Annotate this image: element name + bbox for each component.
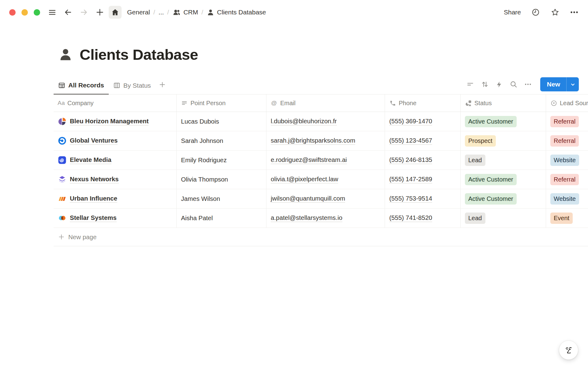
page-title[interactable]: Clients Database — [80, 46, 198, 63]
email-cell[interactable]: jwilson@quantumquill.com — [266, 189, 385, 208]
company-name-link[interactable]: Global Ventures — [70, 137, 118, 145]
point-person-cell[interactable]: Sarah Johnson — [177, 131, 266, 150]
status-cell[interactable]: Active Customer — [461, 170, 546, 189]
column-header-lead-source[interactable]: Lead Source — [546, 94, 588, 112]
lead-source-badge[interactable]: Website — [550, 155, 579, 166]
lead-source-badge[interactable]: Referral — [550, 116, 579, 127]
phone-link[interactable]: (555) 741-8520 — [389, 214, 432, 222]
email-cell[interactable]: a.patel@stellarsystems.io — [266, 209, 385, 228]
breadcrumb-item-clients-database[interactable]: Clients Database — [205, 7, 268, 17]
close-window-button[interactable] — [9, 9, 16, 16]
company-cell[interactable]: Bleu Horizon Management — [54, 112, 177, 131]
home-breadcrumb-chip[interactable] — [109, 6, 122, 19]
phone-link[interactable]: (555) 369-1470 — [389, 117, 432, 125]
email-link[interactable]: e.rodriguez@swiftstream.ai — [271, 156, 347, 164]
column-header-email[interactable]: @Email — [266, 94, 385, 112]
search-icon[interactable] — [508, 79, 519, 90]
lead-source-cell[interactable]: Referral — [546, 112, 588, 131]
status-cell[interactable]: Active Customer — [461, 189, 546, 208]
new-button-chevron-down-icon[interactable] — [567, 77, 579, 91]
column-header-company[interactable]: AaCompany — [54, 94, 177, 112]
zoom-window-button[interactable] — [34, 9, 40, 16]
page-person-icon[interactable] — [58, 47, 73, 62]
zap-icon[interactable] — [494, 79, 504, 90]
tab-by-status[interactable]: By Status — [109, 77, 156, 94]
sidebar-menu-icon[interactable] — [47, 8, 57, 17]
company-cell[interactable]: Stellar Systems — [54, 209, 177, 228]
phone-cell[interactable]: (555) 753-9514 — [385, 189, 461, 208]
favorite-star-icon[interactable] — [550, 8, 560, 17]
phone-link[interactable]: (555) 753-9514 — [389, 195, 432, 203]
email-link[interactable]: jwilson@quantumquill.com — [271, 195, 345, 203]
phone-link[interactable]: (555) 246-8135 — [389, 156, 432, 164]
phone-link[interactable]: (555) 123-4567 — [389, 137, 432, 145]
lead-source-badge[interactable]: Referral — [550, 174, 579, 185]
status-cell[interactable]: Prospect — [461, 131, 546, 150]
breadcrumb-item-ellipsis[interactable]: ... — [157, 7, 166, 17]
status-cell[interactable]: Lead — [461, 151, 546, 170]
lead-source-cell[interactable]: Website — [546, 151, 588, 170]
breadcrumb-item-crm[interactable]: CRM — [171, 7, 200, 18]
back-arrow-icon[interactable] — [63, 8, 73, 17]
status-cell[interactable]: Lead — [461, 209, 546, 228]
status-badge[interactable]: Active Customer — [465, 174, 517, 185]
phone-cell[interactable]: (555) 246-8135 — [385, 151, 461, 170]
company-name-link[interactable]: Urban Influence — [70, 195, 117, 203]
updates-clock-icon[interactable] — [531, 8, 540, 17]
new-page-row[interactable]: New page — [54, 228, 588, 246]
company-name-link[interactable]: Stellar Systems — [70, 214, 117, 222]
status-badge[interactable]: Active Customer — [465, 193, 517, 205]
phone-cell[interactable]: (555) 741-8520 — [385, 209, 461, 228]
share-button[interactable]: Share — [504, 9, 521, 16]
point-person-cell[interactable]: Emily Rodriguez — [177, 151, 266, 170]
lead-source-cell[interactable]: Referral — [546, 131, 588, 150]
status-badge[interactable]: Active Customer — [465, 116, 517, 127]
phone-cell[interactable]: (555) 147-2589 — [385, 170, 461, 189]
company-cell[interactable]: Nexus Networks — [54, 170, 177, 189]
status-badge[interactable]: Lead — [465, 213, 485, 224]
email-link[interactable]: a.patel@stellarsystems.io — [271, 214, 342, 222]
notion-ai-fab[interactable] — [559, 340, 578, 360]
add-view-plus-icon[interactable] — [156, 77, 169, 94]
company-name-link[interactable]: Bleu Horizon Management — [70, 117, 149, 125]
email-link[interactable]: olivia.t@pixelperfect.law — [271, 175, 338, 183]
column-header-point-person[interactable]: Point Person — [177, 94, 266, 112]
new-record-button[interactable]: New — [540, 77, 566, 91]
point-person-cell[interactable]: James Wilson — [177, 189, 266, 208]
lead-source-cell[interactable]: Website — [546, 189, 588, 208]
email-cell[interactable]: olivia.t@pixelperfect.law — [266, 170, 385, 189]
point-person-cell[interactable]: Lucas Dubois — [177, 112, 266, 131]
tab-all-records[interactable]: All Records — [54, 77, 109, 94]
forward-arrow-icon[interactable] — [79, 8, 89, 17]
lead-source-badge[interactable]: Website — [550, 193, 579, 205]
point-person-cell[interactable]: Aisha Patel — [177, 209, 266, 228]
lead-source-badge[interactable]: Event — [550, 213, 573, 224]
phone-cell[interactable]: (555) 369-1470 — [385, 112, 461, 131]
phone-link[interactable]: (555) 147-2589 — [389, 175, 432, 183]
column-header-status[interactable]: Status — [461, 94, 546, 112]
point-person-cell[interactable]: Olivia Thompson — [177, 170, 266, 189]
company-cell[interactable]: Elevate Media — [54, 151, 177, 170]
email-cell[interactable]: sarah.j@brightsparksolns.com — [266, 131, 385, 150]
company-cell[interactable]: Global Ventures — [54, 131, 177, 150]
email-cell[interactable]: e.rodriguez@swiftstream.ai — [266, 151, 385, 170]
email-link[interactable]: l.dubois@bleuhorizon.fr — [271, 117, 337, 125]
column-header-phone[interactable]: Phone — [385, 94, 461, 112]
status-cell[interactable]: Active Customer — [461, 112, 546, 131]
minimize-window-button[interactable] — [21, 9, 28, 16]
company-name-link[interactable]: Elevate Media — [70, 156, 111, 164]
email-link[interactable]: sarah.j@brightsparksolns.com — [271, 137, 355, 145]
new-tab-plus-icon[interactable] — [95, 8, 104, 17]
status-badge[interactable]: Lead — [465, 155, 485, 166]
lead-source-cell[interactable]: Event — [546, 209, 588, 228]
sort-icon[interactable] — [480, 79, 490, 90]
company-cell[interactable]: Urban Influence — [54, 189, 177, 208]
filter-icon[interactable] — [465, 79, 476, 90]
email-cell[interactable]: l.dubois@bleuhorizon.fr — [266, 112, 385, 131]
phone-cell[interactable]: (555) 123-4567 — [385, 131, 461, 150]
view-more-icon[interactable] — [523, 79, 533, 90]
lead-source-cell[interactable]: Referral — [546, 170, 588, 189]
lead-source-badge[interactable]: Referral — [550, 135, 579, 147]
company-name-link[interactable]: Nexus Networks — [70, 175, 119, 183]
breadcrumb-item-general[interactable]: General — [125, 7, 152, 17]
